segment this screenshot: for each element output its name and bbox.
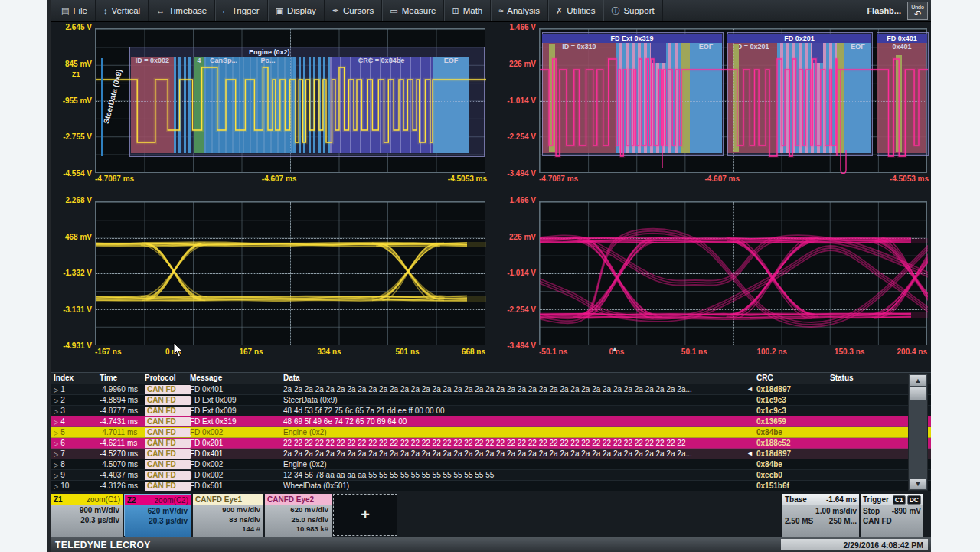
cell-crc: 0x18d897 — [756, 385, 828, 394]
eye1-y-axis: 2.268 V468 mV-1.332 V-3.131 V-4.931 V — [51, 196, 92, 351]
timebase-label: Tbase — [785, 495, 807, 504]
zoom1-x-axis: -4.7087 ms-4.607 ms-4.5053 ms — [95, 175, 487, 185]
oscilloscope-window: ▤File↕Vertical↔Timebase⌐Trigger▣Display✒… — [47, 0, 928, 552]
table-row[interactable]: ▷4-4.7431 msCAN FDFD Ext 0x31948 69 5f 4… — [51, 416, 931, 427]
eye1-diagram — [96, 202, 486, 346]
row-expand-icon[interactable]: ▷ — [54, 387, 58, 394]
scroll-down-button[interactable]: ▼ — [910, 479, 926, 489]
cell-index: ▷7 — [54, 449, 96, 458]
col-header-index[interactable]: Index — [54, 374, 74, 382]
x-axis-label: -4.5053 ms — [890, 175, 929, 183]
zoom1-y-axis: 2.645 V845 mV-955 mV-2.755 V-4.554 V — [51, 23, 92, 178]
row-expand-icon[interactable]: ▷ — [54, 451, 58, 458]
analysis-icon: ≈ — [498, 6, 503, 15]
table-row[interactable]: ▷8-4.5070 msCAN FDFD 0x002Engine (0x2)0x… — [51, 459, 931, 470]
menu-item-math[interactable]: ⊞Math — [444, 0, 491, 21]
y-axis-label: -955 mV — [51, 96, 92, 106]
descriptor-bar: Z1 zoom(C1) 900 mV/div 20.3 µs/div Z2 zo… — [51, 491, 931, 537]
decode-table: Index Time Protocol Message Data CRC Sta… — [51, 372, 931, 492]
eye2-panel[interactable] — [539, 201, 927, 345]
table-row[interactable]: ▷1-4.9960 msCAN FDFD 0x4012a 2a 2a 2a 2a… — [51, 384, 931, 395]
menu-item-analysis[interactable]: ≈Analysis — [491, 0, 548, 21]
cell-message: FD 0x401 — [190, 449, 282, 458]
trigger-label: Trigger — [863, 495, 889, 504]
row-expand-icon[interactable]: ▷ — [54, 440, 58, 447]
trace-timebase: 83 ns/div — [193, 515, 260, 525]
menu-item-display[interactable]: ▣Display — [268, 0, 325, 21]
col-header-message[interactable]: Message — [190, 374, 222, 382]
col-header-crc[interactable]: CRC — [756, 374, 773, 382]
menu-item-timebase[interactable]: ↔Timebase — [149, 0, 215, 21]
menu-item-vertical[interactable]: ↕Vertical — [96, 0, 149, 21]
trace-title: Z1 — [54, 495, 63, 504]
table-row[interactable]: ▷7-4.5270 msCAN FDFD 0x4012a 2a 2a 2a 2a… — [51, 449, 931, 459]
zoom1-region-marker[interactable]: Z1 — [72, 70, 80, 78]
menu-item-file[interactable]: ▤File — [54, 0, 96, 21]
timebase-summary-box[interactable]: Tbase -1.64 ms 1.00 ms/div 2.50 MS250 M.… — [782, 494, 859, 536]
support-icon: ⓘ — [611, 5, 619, 17]
menu-item-utilities[interactable]: ✗Utilities — [548, 0, 603, 21]
eye2-x-axis: -50.1 ns0 ns50.1 ns100.2 ns150.3 ns200.4… — [539, 348, 927, 358]
row-expand-icon[interactable]: ▷ — [54, 462, 58, 469]
cell-message: FD 0x401 — [190, 385, 282, 394]
cell-crc: 0x1c9c3 — [756, 396, 828, 404]
trace-scale: 900 mV/div — [193, 505, 260, 515]
cell-time: -4.9960 ms — [100, 385, 143, 394]
menu-item-label: Vertical — [111, 6, 140, 15]
table-row[interactable]: ▷3-4.8777 msCAN FDFD Ext 0x00948 4d 53 5… — [51, 406, 931, 416]
col-header-data[interactable]: Data — [283, 374, 300, 382]
y-axis-label: -4.554 V — [51, 169, 92, 178]
row-expand-icon[interactable]: ▷ — [54, 419, 58, 426]
table-row[interactable]: ▷10-4.3126 msCAN FDFD 0x501WheelData (0x… — [51, 481, 931, 492]
row-expand-icon[interactable]: ▷ — [54, 472, 58, 479]
cell-index: ▷1 — [54, 385, 96, 394]
trigger-icon: ⌐ — [223, 6, 227, 15]
cursors-icon: ✒ — [332, 6, 339, 16]
row-expand-icon[interactable]: ▷ — [54, 483, 58, 490]
table-scrollbar[interactable]: ▲ ▼ — [908, 374, 928, 491]
trace-descriptor-eye1[interactable]: CANFD Eye1 900 mV/div 83 ns/div 144 # — [193, 494, 263, 536]
trigger-summary-box[interactable]: Trigger C1 DC Stop-890 mV CAN FD — [861, 494, 923, 536]
row-expand-icon[interactable]: ▷ — [54, 430, 58, 436]
trace-subtitle: zoom(C1) — [87, 495, 120, 504]
x-axis-label: 100.2 ns — [756, 348, 786, 356]
menu-item-support[interactable]: ⓘSupport — [603, 0, 662, 21]
menu-item-trigger[interactable]: ⌐Trigger — [215, 0, 267, 21]
table-row[interactable]: ▷5-4.7011 msCAN FDFD 0x002Engine (0x2)0x… — [51, 427, 931, 438]
col-header-protocol[interactable]: Protocol — [145, 374, 176, 382]
cell-crc: 0x1c9c3 — [756, 407, 828, 415]
scrollbar-thumb[interactable] — [910, 387, 926, 400]
timebase-icon: ↔ — [156, 6, 165, 15]
menu-item-measure[interactable]: ▭Measure — [382, 0, 444, 21]
table-row[interactable]: ▷9-4.4037 msCAN FDFD 0x00212 34 56 78 aa… — [51, 470, 931, 481]
x-axis-label: -167 ns — [95, 348, 121, 356]
zoom2-panel[interactable]: FD Ext 0x319 ID = 0x319 EOF FD 0x201 ID … — [539, 28, 927, 173]
trace-timebase: 20.3 µs/div — [51, 515, 119, 525]
cell-index: ▷3 — [54, 407, 96, 415]
table-row[interactable]: ▷2-4.8894 msCAN FDFD Ext 0x009SteerData … — [51, 395, 931, 406]
table-row[interactable]: ▷6-4.6211 msCAN FDFD 0x20122 22 22 22 22… — [51, 438, 931, 449]
col-header-time[interactable]: Time — [100, 374, 117, 382]
trace-descriptor-z1[interactable]: Z1 zoom(C1) 900 mV/div 20.3 µs/div — [51, 494, 122, 536]
zoom1-panel[interactable]: Engine (0x2) ID = 0x002 4 CanSp... Po...… — [95, 28, 485, 173]
trace-timebase: 20.3 µs/div — [125, 516, 188, 526]
x-axis-label: 501 ns — [395, 348, 419, 356]
cell-data: Engine (0x2) — [283, 428, 755, 436]
timebase-scale: 1.00 ms/div — [815, 506, 857, 516]
eye1-panel[interactable] — [95, 201, 485, 345]
cell-index: ▷9 — [54, 471, 96, 479]
trace-descriptor-z2[interactable]: Z2 zoom(C2) 620 mV/div 20.3 µs/div — [124, 494, 191, 536]
scroll-up-button[interactable]: ▲ — [910, 375, 926, 386]
col-header-status[interactable]: Status — [830, 374, 854, 382]
y-axis-label: 845 mV — [51, 60, 92, 69]
x-axis-label: -4.7087 ms — [95, 175, 134, 183]
flashback-label[interactable]: Flashb... — [867, 6, 901, 15]
x-axis-label: 167 ns — [239, 348, 263, 356]
row-expand-icon[interactable]: ▷ — [54, 408, 58, 415]
menu-item-cursors[interactable]: ✒Cursors — [325, 0, 382, 21]
undo-button[interactable]: Undo ↶ — [907, 2, 928, 20]
trace-descriptor-eye2[interactable]: CANFD Eye2 620 mV/div 25.0 ns/div 10.983… — [265, 494, 332, 536]
row-expand-icon[interactable]: ▷ — [54, 397, 58, 404]
trigger-position-marker: ▲ — [612, 345, 618, 352]
add-trace-button[interactable]: + — [333, 494, 397, 536]
